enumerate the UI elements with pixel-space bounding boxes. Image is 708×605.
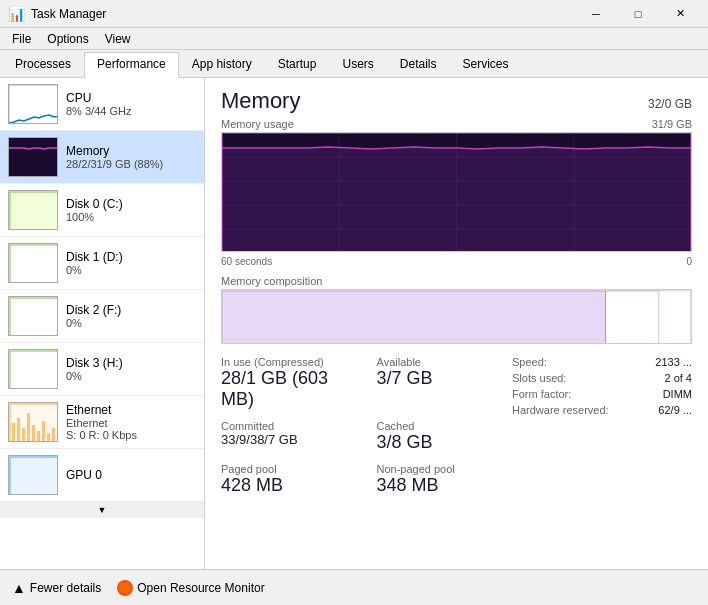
sidebar-item-gpu0[interactable]: GPU 0 bbox=[0, 449, 204, 502]
disk2-info: Disk 2 (F:) 0% bbox=[66, 303, 196, 329]
minimize-button[interactable]: ─ bbox=[576, 3, 616, 25]
disk3-label: Disk 3 (H:) bbox=[66, 356, 196, 370]
content-header: Memory 32/0 GB bbox=[221, 88, 692, 114]
sidebar-scroll-down[interactable]: ▼ bbox=[0, 502, 204, 518]
svg-rect-38 bbox=[659, 291, 691, 344]
disk3-thumbnail bbox=[8, 349, 58, 389]
svg-rect-16 bbox=[22, 428, 25, 441]
disk2-value: 0% bbox=[66, 317, 196, 329]
stat-in-use: In use (Compressed) 28/1 GB (603 MB) bbox=[221, 356, 357, 410]
tab-processes[interactable]: Processes bbox=[2, 52, 84, 77]
hw-reserved-row: Hardware reserved: 62/9 ... bbox=[512, 404, 692, 416]
sidebar-item-ethernet[interactable]: Ethernet Ethernet S: 0 R: 0 Kbps bbox=[0, 396, 204, 449]
main-container: CPU 8% 3/44 GHz Memory 28/2/31/9 GB (88%… bbox=[0, 78, 708, 569]
cached-label: Cached bbox=[377, 420, 513, 432]
svg-rect-19 bbox=[37, 431, 40, 441]
composition-label: Memory composition bbox=[221, 275, 692, 287]
content-title: Memory bbox=[221, 88, 300, 114]
available-value: 3/7 GB bbox=[377, 368, 513, 389]
svg-rect-6 bbox=[9, 244, 58, 283]
memory-thumbnail bbox=[8, 137, 58, 177]
cpu-label: CPU bbox=[66, 91, 196, 105]
menu-options[interactable]: Options bbox=[39, 30, 96, 48]
sidebar-item-disk0[interactable]: Disk 0 (C:) 100% bbox=[0, 184, 204, 237]
gpu0-label: GPU 0 bbox=[66, 468, 196, 482]
svg-rect-37 bbox=[606, 291, 659, 344]
time-end-label: 0 bbox=[686, 256, 692, 267]
memory-label: Memory bbox=[66, 144, 196, 158]
slots-value: 2 of 4 bbox=[664, 372, 692, 384]
gpu0-info: GPU 0 bbox=[66, 468, 196, 482]
ethernet-info: Ethernet Ethernet S: 0 R: 0 Kbps bbox=[66, 403, 196, 441]
tab-startup[interactable]: Startup bbox=[265, 52, 330, 77]
cpu-thumbnail bbox=[8, 84, 58, 124]
tab-users[interactable]: Users bbox=[329, 52, 386, 77]
stat-available: Available 3/7 GB bbox=[377, 356, 513, 410]
paged-pool-label: Paged pool bbox=[221, 463, 357, 475]
speed-row: Speed: 2133 ... bbox=[512, 356, 692, 368]
hw-reserved-label: Hardware reserved: bbox=[512, 404, 609, 416]
open-resource-monitor-button[interactable]: Open Resource Monitor bbox=[117, 580, 264, 596]
committed-label: Committed bbox=[221, 420, 357, 432]
tab-performance[interactable]: Performance bbox=[84, 52, 179, 78]
svg-rect-8 bbox=[9, 297, 58, 336]
ethernet-thumbnail bbox=[8, 402, 58, 442]
svg-rect-21 bbox=[47, 433, 50, 441]
cpu-info: CPU 8% 3/44 GHz bbox=[66, 91, 196, 117]
chart-time-labels: 60 seconds 0 bbox=[221, 256, 692, 267]
non-paged-pool-label: Non-paged pool bbox=[377, 463, 513, 475]
form-row: Form factor: DIMM bbox=[512, 388, 692, 400]
fewer-details-button[interactable]: ▲ Fewer details bbox=[12, 580, 101, 596]
svg-rect-22 bbox=[52, 428, 55, 441]
ethernet-value: S: 0 R: 0 Kbps bbox=[66, 429, 196, 441]
memory-usage-chart bbox=[221, 132, 692, 252]
window-controls: ─ □ ✕ bbox=[576, 3, 700, 25]
tab-details[interactable]: Details bbox=[387, 52, 450, 77]
svg-rect-23 bbox=[9, 456, 58, 495]
sidebar-item-disk3[interactable]: Disk 3 (H:) 0% bbox=[0, 343, 204, 396]
sidebar-item-cpu[interactable]: CPU 8% 3/44 GHz bbox=[0, 78, 204, 131]
disk1-info: Disk 1 (D:) 0% bbox=[66, 250, 196, 276]
slots-label: Slots used: bbox=[512, 372, 566, 384]
svg-rect-0 bbox=[9, 85, 58, 124]
tab-app-history[interactable]: App history bbox=[179, 52, 265, 77]
fewer-details-label: Fewer details bbox=[30, 581, 101, 595]
disk0-thumbnail bbox=[8, 190, 58, 230]
content-pane: Memory 32/0 GB Memory usage 31/9 GB bbox=[205, 78, 708, 569]
svg-rect-36 bbox=[222, 291, 606, 344]
title-bar: 📊 Task Manager ─ □ ✕ bbox=[0, 0, 708, 28]
menu-file[interactable]: File bbox=[4, 30, 39, 48]
app-icon: 📊 bbox=[8, 6, 25, 22]
sidebar-item-disk1[interactable]: Disk 1 (D:) 0% bbox=[0, 237, 204, 290]
tab-services[interactable]: Services bbox=[450, 52, 522, 77]
stat-non-paged-pool: Non-paged pool 348 MB bbox=[377, 463, 513, 496]
usage-label: Memory usage bbox=[221, 118, 294, 130]
close-button[interactable]: ✕ bbox=[660, 3, 700, 25]
disk2-label: Disk 2 (F:) bbox=[66, 303, 196, 317]
disk0-value: 100% bbox=[66, 211, 196, 223]
menu-view[interactable]: View bbox=[97, 30, 139, 48]
memory-value: 28/2/31/9 GB (88%) bbox=[66, 158, 196, 170]
stats-left: In use (Compressed) 28/1 GB (603 MB) Ava… bbox=[221, 356, 512, 496]
sidebar-item-disk2[interactable]: Disk 2 (F:) 0% bbox=[0, 290, 204, 343]
sidebar-item-memory[interactable]: Memory 28/2/31/9 GB (88%) bbox=[0, 131, 204, 184]
committed-value: 33/9/38/7 GB bbox=[221, 432, 357, 447]
ethernet-label: Ethernet bbox=[66, 403, 196, 417]
stats-row: In use (Compressed) 28/1 GB (603 MB) Ava… bbox=[221, 356, 692, 496]
disk2-thumbnail bbox=[8, 296, 58, 336]
bottom-bar: ▲ Fewer details Open Resource Monitor bbox=[0, 569, 708, 605]
svg-rect-2 bbox=[9, 138, 58, 177]
disk1-label: Disk 1 (D:) bbox=[66, 250, 196, 264]
svg-rect-20 bbox=[42, 421, 45, 441]
stat-cached: Cached 3/8 GB bbox=[377, 420, 513, 453]
hw-reserved-value: 62/9 ... bbox=[658, 404, 692, 416]
restore-button[interactable]: □ bbox=[618, 3, 658, 25]
cached-value: 3/8 GB bbox=[377, 432, 513, 453]
available-label: Available bbox=[377, 356, 513, 368]
speed-label: Speed: bbox=[512, 356, 547, 368]
svg-marker-33 bbox=[222, 147, 691, 252]
svg-rect-18 bbox=[32, 425, 35, 441]
resource-monitor-icon bbox=[117, 580, 133, 596]
in-use-value: 28/1 GB (603 MB) bbox=[221, 368, 357, 410]
stat-paged-pool: Paged pool 428 MB bbox=[221, 463, 357, 496]
